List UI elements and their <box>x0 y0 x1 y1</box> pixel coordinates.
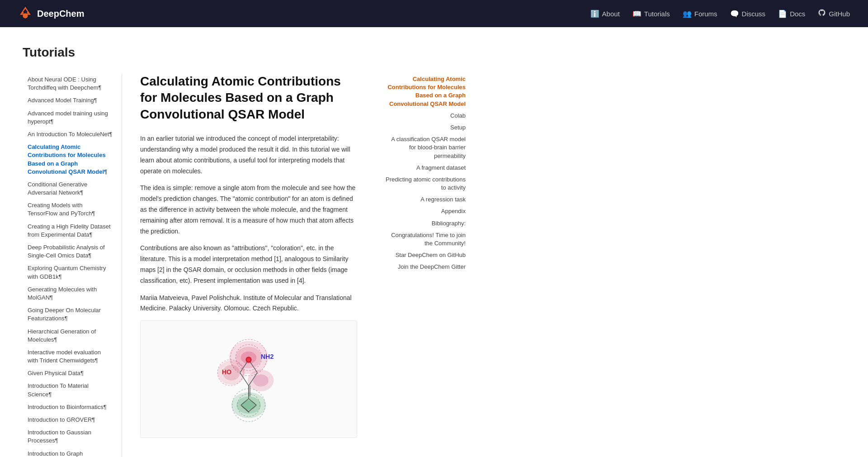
sidebar-item-12[interactable]: Hierarchical Generation of Moelcules¶ <box>23 325 113 346</box>
sidebar-item-label: Introduction To Material Science¶ <box>28 382 113 398</box>
toc-item-9[interactable]: Congratulations! Time to join the Commun… <box>384 229 466 249</box>
main-content: Calculating Atomic Contributions for Mol… <box>122 73 375 438</box>
left-sidebar: About Neural ODE : Using Torchdiffeq wit… <box>23 73 122 457</box>
nav-links: ℹ️ About 📖 Tutorials 👥 Forums 🗨️ Discuss… <box>590 9 850 19</box>
sidebar-item-label: An Introduction To MoleculeNet¶ <box>28 130 112 138</box>
sidebar-item-10[interactable]: Generating Molecules with MolGAN¶ <box>23 283 113 304</box>
about-icon: ℹ️ <box>590 10 599 18</box>
toc-item-1[interactable]: Colab <box>384 110 466 122</box>
nav-github[interactable]: GitHub <box>818 9 850 19</box>
article-title: Calculating Atomic Contributions for Mol… <box>140 73 357 123</box>
svg-text:NH2: NH2 <box>261 353 274 360</box>
navbar: DeepChem ℹ️ About 📖 Tutorials 👥 Forums 🗨… <box>0 0 868 27</box>
nav-discuss[interactable]: 🗨️ Discuss <box>730 10 766 18</box>
sidebar-item-label: Interactive model evaluation with Triden… <box>28 348 113 365</box>
sidebar-item-17[interactable]: Introduction to GROVER¶ <box>23 414 113 426</box>
sidebar-item-11[interactable]: Going Deeper On Molecular Featurizations… <box>23 304 113 325</box>
sidebar-item-16[interactable]: Introduction to Bioinformatics¶ <box>23 401 113 414</box>
sidebar-item-6[interactable]: Creating Models with TensorFlow and PyTo… <box>23 199 113 220</box>
svg-text:HO: HO <box>222 368 232 376</box>
svg-point-3 <box>27 12 29 14</box>
toc-item-6[interactable]: A regression task <box>384 194 466 205</box>
svg-point-1 <box>23 13 28 18</box>
sidebar-item-0[interactable]: About Neural ODE : Using Torchdiffeq wit… <box>23 73 113 94</box>
sidebar-item-label: Deep Probabilistic Analysis of Single-Ce… <box>28 243 113 260</box>
toc-item-2[interactable]: Setup <box>384 122 466 133</box>
toc-item-3[interactable]: A classification QSAR model for blood-br… <box>384 133 466 162</box>
article-body: In an earlier tutorial we introduced the… <box>140 133 357 314</box>
svg-point-34 <box>247 358 250 362</box>
toc-item-7[interactable]: Appendix <box>384 205 466 217</box>
paragraph-1: In an earlier tutorial we introduced the… <box>140 133 357 176</box>
svg-point-13 <box>242 400 256 410</box>
sidebar-item-label: Advanced Model Training¶ <box>28 96 97 105</box>
sidebar-item-label: About Neural ODE : Using Torchdiffeq wit… <box>28 76 113 92</box>
sidebar-item-1[interactable]: Advanced Model Training¶ <box>23 94 113 107</box>
brand[interactable]: DeepChem <box>18 6 84 21</box>
sidebar-item-15[interactable]: Introduction To Material Science¶ <box>23 380 113 400</box>
sidebar-item-2[interactable]: Advanced model training using hyperopt¶ <box>23 107 113 128</box>
sidebar-item-label: Creating a High Fidelity Dataset from Ex… <box>28 223 113 239</box>
sidebar-item-13[interactable]: Interactive model evaluation with Triden… <box>23 346 113 367</box>
sidebar-item-label: Given Physical Data¶ <box>28 369 84 377</box>
toc-item-5[interactable]: Predicting atomic contributions to activ… <box>384 174 466 194</box>
content-layout: About Neural ODE : Using Torchdiffeq wit… <box>23 73 845 457</box>
nav-tutorials[interactable]: 📖 Tutorials <box>632 10 670 18</box>
nav-docs[interactable]: 📄 Docs <box>778 10 805 18</box>
brand-logo-icon <box>18 6 33 21</box>
sidebar-item-label: Going Deeper On Molecular Featurizations… <box>28 306 113 323</box>
forums-icon: 👥 <box>683 10 692 18</box>
right-sidebar: Calculating Atomic Contributions for Mol… <box>375 73 466 273</box>
sidebar-item-4[interactable]: Calculating Atomic Contributions for Mol… <box>23 141 113 178</box>
sidebar-item-label: Introduction to Bioinformatics¶ <box>28 403 107 411</box>
toc-item-8[interactable]: Bibliography: <box>384 218 466 229</box>
sidebar-item-label: Introduction to Gaussian Processes¶ <box>28 428 113 445</box>
toc-item-4[interactable]: A fragment dataset <box>384 162 466 174</box>
author-line: Mariia Matveieva, Pavel Polishchuk. Inst… <box>140 293 357 314</box>
page-wrapper: Tutorials About Neural ODE : Using Torch… <box>0 27 868 457</box>
page-title: Tutorials <box>23 45 845 60</box>
discuss-icon: 🗨️ <box>730 10 739 18</box>
sidebar-item-label: Generating Molecules with MolGAN¶ <box>28 286 113 302</box>
sidebar-item-7[interactable]: Creating a High Fidelity Dataset from Ex… <box>23 220 113 241</box>
sidebar-item-9[interactable]: Exploring Quantum Chemistry with GDB1k¶ <box>23 262 113 283</box>
nav-about[interactable]: ℹ️ About <box>590 10 620 18</box>
molecule-svg: HO NH2 <box>203 329 294 429</box>
sidebar-item-label: Conditional Generative Adversarial Netwo… <box>28 181 113 197</box>
toc-item-10[interactable]: Star DeepChem on GitHub <box>384 249 466 261</box>
sidebar-item-18[interactable]: Introduction to Gaussian Processes¶ <box>23 426 113 447</box>
sidebar-item-label: Introduction to GROVER¶ <box>28 416 95 424</box>
brand-name: DeepChem <box>37 9 84 19</box>
svg-point-2 <box>22 12 24 14</box>
nav-forums[interactable]: 👥 Forums <box>683 10 717 18</box>
tutorials-icon: 📖 <box>632 10 642 18</box>
github-icon <box>818 9 826 19</box>
sidebar-item-label: Calculating Atomic Contributions for Mol… <box>28 143 113 176</box>
paragraph-3: Contributions are also known as "attribu… <box>140 243 357 286</box>
paragraph-2: The idea is simple: remove a single atom… <box>140 183 357 237</box>
sidebar-item-label: Advanced model training using hyperopt¶ <box>28 109 113 126</box>
sidebar-item-19[interactable]: Introduction to Graph Convolutions¶ <box>23 447 113 457</box>
molecule-image: HO NH2 <box>140 320 357 438</box>
toc-item-11[interactable]: Join the DeepChem Gitter <box>384 261 466 273</box>
sidebar-item-14[interactable]: Given Physical Data¶ <box>23 367 113 380</box>
sidebar-item-label: Creating Models with TensorFlow and PyTo… <box>28 201 113 218</box>
toc-item-0[interactable]: Calculating Atomic Contributions for Mol… <box>384 73 466 110</box>
sidebar-item-8[interactable]: Deep Probabilistic Analysis of Single-Ce… <box>23 241 113 262</box>
sidebar-item-3[interactable]: An Introduction To MoleculeNet¶ <box>23 128 113 141</box>
sidebar-item-label: Exploring Quantum Chemistry with GDB1k¶ <box>28 264 113 281</box>
docs-icon: 📄 <box>778 10 787 18</box>
sidebar-item-5[interactable]: Conditional Generative Adversarial Netwo… <box>23 178 113 199</box>
sidebar-item-label: Hierarchical Generation of Moelcules¶ <box>28 328 113 344</box>
sidebar-item-label: Introduction to Graph Convolutions¶ <box>28 450 113 457</box>
